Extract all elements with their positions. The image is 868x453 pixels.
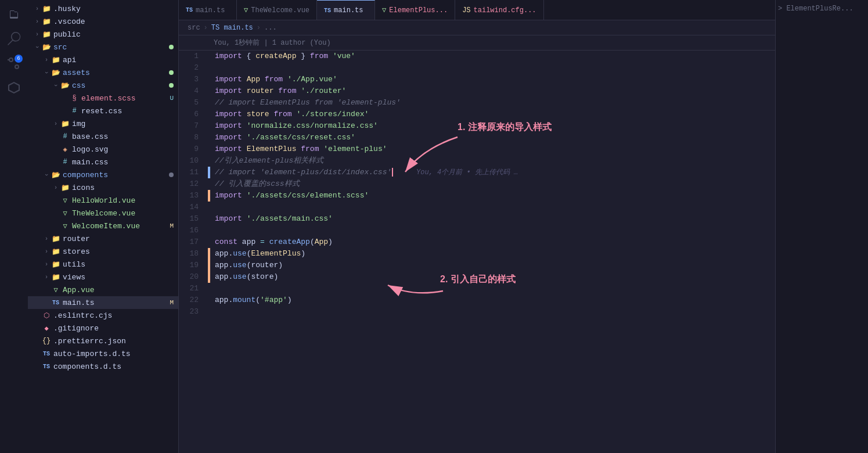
- tab-main-ts-1[interactable]: TS main.ts: [179, 0, 237, 20]
- sidebar-item-components-d[interactable]: › TS components.d.ts: [28, 360, 178, 373]
- sidebar-item-prettierrc[interactable]: › {} .prettierrc.json: [28, 335, 178, 347]
- sidebar-item-api[interactable]: › 📁 api: [28, 53, 178, 66]
- search-icon[interactable]: [4, 29, 24, 49]
- right-panel: > ElementPlusRe...: [775, 0, 868, 453]
- tab-label: TheWelcome.vue: [251, 6, 309, 15]
- svg-file-icon: ◈: [60, 145, 70, 154]
- tab-elementplus[interactable]: ▽ ElementPlus...: [375, 0, 455, 20]
- line-number: 2: [179, 62, 208, 74]
- sidebar-item-utils[interactable]: › 📁 utils: [28, 258, 178, 271]
- line-number: 21: [179, 283, 208, 294]
- sidebar-item-label: .prettierrc.json: [53, 337, 174, 346]
- code-line: 13 import './assets/css/element.scss': [179, 190, 775, 202]
- line-content: [210, 306, 775, 318]
- vue-file-icon: ▽: [51, 285, 60, 294]
- sidebar-item-stores[interactable]: › 📁 stores: [28, 245, 178, 258]
- sidebar-item-label: assets: [63, 69, 167, 77]
- sidebar-item-vscode[interactable]: › 📁 .vscode: [28, 15, 178, 28]
- sidebar-item-router[interactable]: › 📁 router: [28, 232, 178, 245]
- sidebar-item-css[interactable]: › 📂 css: [28, 79, 178, 92]
- sidebar-item-label: TheWelcome.vue: [72, 209, 174, 218]
- line-content: [210, 62, 775, 74]
- sidebar-item-husky[interactable]: › 📁 .husky: [28, 2, 178, 15]
- tab-label: tailwind.cfg...: [474, 6, 536, 15]
- chevron-icon: ›: [42, 247, 51, 256]
- folder-icon: 📁: [60, 119, 70, 128]
- line-content: [210, 225, 775, 236]
- line-number: 10: [179, 155, 208, 167]
- sidebar-item-reset-css[interactable]: › # reset.css: [28, 105, 178, 117]
- line-content: import './assets/css/element.scss': [210, 190, 775, 202]
- sidebar-item-base-css[interactable]: › # base.css: [28, 130, 178, 143]
- line-number: 7: [179, 120, 208, 132]
- sidebar-item-label: element.scss: [81, 94, 167, 103]
- explorer-icon[interactable]: [4, 5, 24, 24]
- code-line: 8 import './assets/css/reset.css': [179, 132, 775, 143]
- sidebar-item-welcomeitem[interactable]: › ▽ WelcomeItem.vue M: [28, 220, 178, 232]
- sidebar-item-helloworld[interactable]: › ▽ HelloWorld.vue: [28, 194, 178, 207]
- code-line: 11 // import 'element-plus/dist/index.cs…: [179, 167, 775, 178]
- css-file-icon: #: [70, 106, 79, 116]
- folder-open-icon: 📂: [42, 42, 51, 52]
- sidebar-item-thewelcome[interactable]: › ▽ TheWelcome.vue: [28, 207, 178, 220]
- sidebar-item-views[interactable]: › 📁 views: [28, 271, 178, 283]
- sidebar-item-components[interactable]: › 📂 components: [28, 168, 178, 181]
- sidebar-item-label: utils: [63, 260, 174, 269]
- sidebar-item-gitignore[interactable]: › ◆ .gitignore: [28, 322, 178, 335]
- sidebar-item-label: components.d.ts: [53, 362, 174, 371]
- code-line: 18 app.use(ElementPlus): [179, 248, 775, 260]
- line-content: app.mount('#app'): [210, 294, 775, 306]
- sidebar: › 📁 .husky › 📁 .vscode › 📁 public › 📂 sr…: [28, 0, 179, 453]
- sidebar-item-label: auto-imports.d.ts: [53, 350, 174, 358]
- line-number: 19: [179, 260, 208, 271]
- sidebar-item-label: views: [63, 273, 174, 282]
- sidebar-item-img[interactable]: › 📁 img: [28, 117, 178, 130]
- code-line: 10 //引入element-plus相关样式: [179, 155, 775, 167]
- extensions-icon[interactable]: [4, 78, 24, 98]
- code-line: 22 app.mount('#app'): [179, 294, 775, 306]
- line-content: app.use(router): [210, 260, 775, 271]
- code-line: 4 import router from './router': [179, 85, 775, 97]
- sidebar-item-logo-svg[interactable]: › ◈ logo.svg: [28, 143, 178, 156]
- breadcrumb-file: TS main.ts: [211, 24, 253, 32]
- sidebar-item-main-css[interactable]: › # main.css: [28, 156, 178, 168]
- chevron-icon: ›: [51, 119, 60, 128]
- sidebar-item-src[interactable]: › 📂 src: [28, 41, 178, 53]
- tab-tailwind[interactable]: JS tailwind.cfg...: [455, 0, 543, 20]
- code-line: 7 import 'normalize.css/normalize.css': [179, 120, 775, 132]
- source-control-icon[interactable]: 6: [4, 53, 24, 73]
- tab-main-ts-active[interactable]: TS main.ts: [317, 0, 375, 20]
- folder-icon: 📁: [51, 55, 60, 64]
- right-panel-label: > ElementPlusRe...: [778, 5, 853, 13]
- code-container[interactable]: You, 1秒钟前 | 1 author (You) 1 import { cr…: [179, 35, 775, 453]
- sidebar-item-label: stores: [63, 247, 174, 256]
- sidebar-item-assets[interactable]: › 📂 assets: [28, 66, 178, 79]
- breadcrumb-dots: ...: [264, 24, 277, 32]
- sidebar-item-public[interactable]: › 📁 public: [28, 28, 178, 41]
- folder-icon: 📁: [51, 247, 60, 256]
- sidebar-item-icons[interactable]: › 📁 icons: [28, 181, 178, 194]
- vue-file-icon: ▽: [60, 196, 70, 205]
- line-number: 3: [179, 74, 208, 85]
- tab-label: main.ts: [196, 6, 225, 15]
- folder-icon: 📁: [60, 183, 70, 192]
- sidebar-item-label: router: [63, 235, 174, 243]
- code-line: 12 // 引入覆盖的scss样式: [179, 178, 775, 190]
- line-number: 4: [179, 85, 208, 97]
- sidebar-item-auto-imports[interactable]: › TS auto-imports.d.ts: [28, 347, 178, 360]
- sidebar-item-app-vue[interactable]: › ▽ App.vue: [28, 283, 178, 296]
- source-control-badge: 6: [15, 55, 23, 63]
- sidebar-item-element-scss[interactable]: › § element.scss U: [28, 92, 178, 105]
- vue-file-icon: ▽: [60, 208, 70, 218]
- sidebar-item-label: .gitignore: [53, 324, 174, 333]
- sidebar-item-label: HelloWorld.vue: [72, 196, 174, 205]
- modified-badge: M: [170, 222, 174, 229]
- sidebar-item-eslintrc[interactable]: › ⬡ .eslintrc.cjs: [28, 309, 178, 322]
- folder-icon: 📁: [51, 272, 60, 282]
- line-content: app.use(store): [210, 271, 775, 283]
- sidebar-item-main-ts[interactable]: › TS main.ts M: [28, 296, 178, 309]
- line-number: 1: [179, 51, 208, 62]
- text-cursor: [392, 168, 393, 177]
- tab-thewelcome[interactable]: ▽ TheWelcome.vue: [237, 0, 317, 20]
- ts-file-icon: TS: [42, 349, 51, 358]
